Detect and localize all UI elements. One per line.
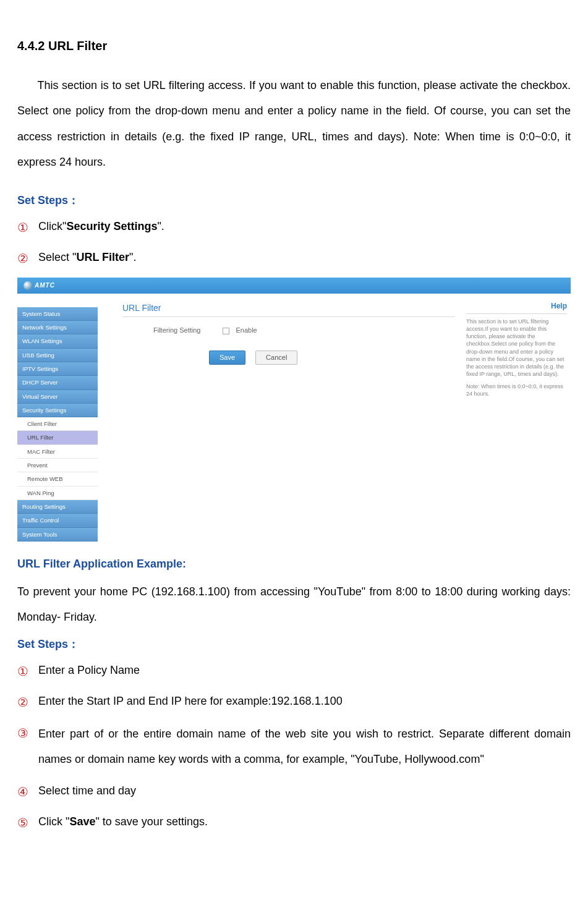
help-note: Note: When times is 0:0~0:0, it express … (466, 383, 567, 397)
set-steps-heading-bottom: Set Steps： (17, 637, 571, 652)
filtering-setting-row: Filtering Setting Enable (153, 326, 455, 335)
step-5-pre: Click " (38, 815, 69, 828)
circle-1b-icon: ① (17, 660, 38, 683)
sidebar-item-system-status[interactable]: System Status (17, 307, 98, 321)
circle-4b-icon: ④ (17, 780, 38, 804)
set-steps-heading-top: Set Steps： (17, 193, 571, 208)
logo-text: AMTC (35, 281, 55, 290)
sidebar: System Status Network Settings WLAN Sett… (17, 307, 98, 542)
step-1-pre: Click" (38, 220, 66, 232)
enable-label: Enable (236, 326, 257, 335)
step-5-bold: Save (69, 815, 95, 828)
circle-5b-icon: ⑤ (17, 811, 38, 835)
logo-orb-icon (23, 281, 32, 290)
step-2-post: ". (129, 251, 136, 263)
sidebar-item-security-settings[interactable]: Security Settings (17, 404, 98, 417)
sidebar-subitem-client-filter[interactable]: Client Filter (17, 417, 98, 431)
step-2-top-text: Select "URL Filter". (38, 247, 571, 268)
step-1-bottom: ① Enter a Policy Name (17, 660, 571, 683)
step-2-bold: URL Filter (76, 251, 129, 263)
circle-1-icon: ① (17, 216, 38, 239)
sidebar-item-wlan-settings[interactable]: WLAN Settings (17, 334, 98, 348)
example-body: To prevent your home PC (192.168.1.100) … (17, 579, 571, 631)
step-2-pre: Select " (38, 251, 76, 263)
sidebar-subitem-remote-web[interactable]: Remote WEB (17, 472, 98, 486)
step-2-bottom: ② Enter the Start IP and End IP here for… (17, 690, 571, 714)
sidebar-item-traffic-control[interactable]: Traffic Control (17, 514, 98, 527)
save-button[interactable]: Save (209, 351, 245, 365)
step-3-bottom: ③ Enter part of or the entire domain nam… (17, 721, 571, 773)
step-1-top: ① Click"Security Settings". (17, 216, 571, 239)
main-panel: URL Filter Filtering Setting Enable Save… (98, 294, 462, 542)
logo: AMTC (23, 281, 55, 290)
sidebar-subitem-url-filter[interactable]: URL Filter (17, 431, 98, 444)
step-3-bottom-text: Enter part of or the entire domain name … (38, 721, 571, 773)
circle-3b-icon: ③ (17, 721, 38, 745)
enable-checkbox[interactable] (223, 328, 229, 334)
sidebar-item-routing-settings[interactable]: Routing Settings (17, 500, 98, 514)
sidebar-item-usb-setting[interactable]: USB Setting (17, 349, 98, 362)
sidebar-item-system-tools[interactable]: System Tools (17, 528, 98, 542)
step-1-top-text: Click"Security Settings". (38, 216, 571, 237)
sidebar-item-network-settings[interactable]: Network Settings (17, 321, 98, 334)
step-1-bold: Security Settings (66, 220, 157, 232)
example-heading: URL Filter Application Example: (17, 556, 571, 572)
step-4-bottom-text: Select time and day (38, 780, 571, 801)
step-5-bottom: ⑤ Click "Save" to save your settings. (17, 811, 571, 835)
sidebar-item-dhcp-server[interactable]: DHCP Server (17, 376, 98, 389)
step-1-post: ". (157, 220, 164, 232)
sidebar-item-virtual-server[interactable]: Virtual Server (17, 390, 98, 404)
cancel-button[interactable]: Cancel (255, 351, 297, 365)
circle-2-icon: ② (17, 247, 38, 270)
step-5-post: " to save your settings. (95, 815, 207, 828)
step-4-bottom: ④ Select time and day (17, 780, 571, 804)
help-title: Help (466, 301, 567, 314)
sidebar-subitem-wan-ping[interactable]: WAN Ping (17, 486, 98, 500)
sidebar-subitem-prevent[interactable]: Prevent (17, 459, 98, 472)
step-2-top: ② Select "URL Filter". (17, 247, 571, 270)
sidebar-item-iptv-settings[interactable]: IPTV Settings (17, 362, 98, 376)
main-panel-title: URL Filter (122, 302, 455, 318)
circle-2b-icon: ② (17, 690, 38, 714)
intro-paragraph: This section is to set URL filtering acc… (17, 73, 571, 176)
help-body: This section is to set URL filtering acc… (466, 318, 567, 378)
help-panel: Help This section is to set URL filterin… (462, 294, 571, 542)
sidebar-subitem-mac-filter[interactable]: MAC Filter (17, 445, 98, 459)
filtering-setting-label: Filtering Setting (153, 326, 200, 335)
router-admin-screenshot: AMTC System Status Network Settings WLAN… (17, 278, 571, 542)
step-1-bottom-text: Enter a Policy Name (38, 660, 571, 681)
topbar: AMTC (17, 278, 571, 294)
step-5-bottom-text: Click "Save" to save your settings. (38, 811, 571, 832)
section-heading: 4.4.2 URL Filter (17, 37, 571, 54)
step-2-bottom-text: Enter the Start IP and End IP here for e… (38, 690, 571, 712)
